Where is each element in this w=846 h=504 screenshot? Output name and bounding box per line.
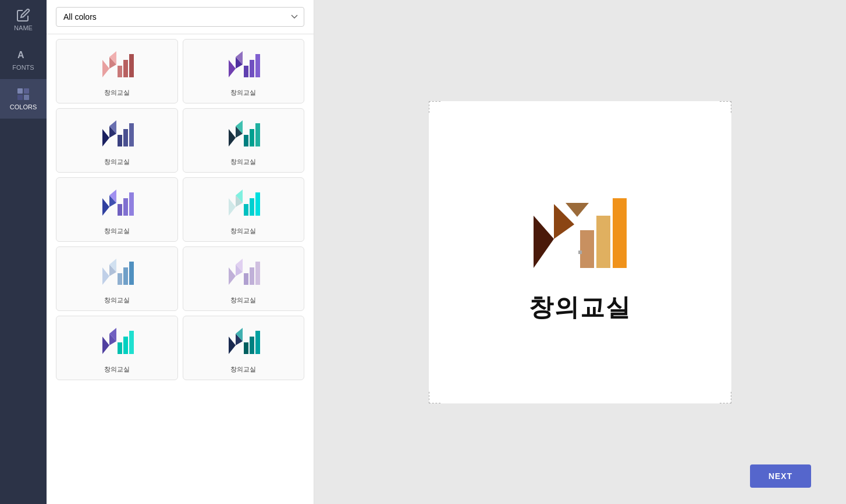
svg-rect-63	[255, 331, 260, 354]
svg-rect-3	[17, 95, 23, 100]
svg-marker-29	[102, 198, 109, 216]
svg-rect-1	[17, 88, 23, 94]
svg-marker-41	[102, 267, 109, 285]
left-panel: All colors Warm colors Cool colors Neutr…	[47, 0, 314, 504]
svg-rect-4	[24, 95, 29, 100]
svg-rect-8	[123, 60, 128, 77]
card-label-3: 창의교실	[104, 158, 130, 166]
logo-preview-pink	[94, 45, 140, 86]
logo-preview-navy	[94, 115, 140, 155]
svg-rect-7	[118, 66, 122, 77]
color-grid: 창의교실 창의교실	[56, 39, 304, 380]
next-button[interactable]: NEXT	[750, 464, 811, 488]
svg-rect-13	[244, 66, 248, 77]
svg-rect-70	[613, 198, 627, 268]
color-card-pink[interactable]: 창의교실	[56, 39, 178, 103]
logo-preview-navy-teal	[220, 322, 266, 363]
color-card-navy-teal[interactable]: 창의교실	[183, 316, 305, 380]
svg-rect-19	[118, 135, 122, 146]
svg-rect-45	[129, 262, 134, 285]
colors-icon	[16, 87, 30, 101]
svg-rect-9	[129, 54, 134, 77]
svg-marker-5	[102, 60, 109, 77]
corner-br	[720, 392, 731, 403]
svg-rect-56	[123, 337, 128, 354]
color-card-teal[interactable]: 창의교실	[183, 108, 305, 173]
logo-preview-light-purple	[220, 253, 266, 294]
card-label-9: 창의교실	[104, 365, 130, 374]
fonts-icon: A	[16, 48, 30, 62]
svg-rect-15	[255, 54, 260, 77]
color-card-blue-violet[interactable]: 창의교실	[56, 177, 178, 242]
svg-rect-21	[129, 123, 134, 146]
svg-marker-67	[566, 203, 589, 217]
color-card-light-blue[interactable]: 창의교실	[56, 246, 178, 311]
card-label-10: 창의교실	[230, 365, 256, 374]
color-filter-dropdown[interactable]: All colors Warm colors Cool colors Neutr…	[56, 7, 304, 27]
card-label-7: 창의교실	[104, 296, 130, 305]
svg-marker-47	[229, 267, 236, 285]
main-logo-svg	[522, 181, 638, 280]
svg-rect-43	[118, 273, 122, 285]
corner-tl	[429, 101, 440, 113]
card-label-2: 창의교실	[230, 88, 256, 97]
logo-preview-teal	[220, 115, 266, 155]
logo-preview-purple	[220, 45, 266, 86]
svg-rect-55	[118, 342, 122, 354]
logo-preview-blue-violet	[94, 184, 140, 224]
color-card-cyan-teal[interactable]: 창의교실	[183, 177, 305, 242]
svg-rect-33	[129, 192, 134, 216]
color-card-light-purple[interactable]: 창의교실	[183, 246, 305, 311]
svg-marker-53	[102, 337, 109, 354]
svg-rect-38	[250, 198, 254, 216]
svg-marker-17	[102, 129, 109, 146]
svg-rect-25	[244, 135, 248, 146]
color-grid-wrapper[interactable]: 창의교실 창의교실	[47, 34, 314, 504]
svg-rect-31	[118, 204, 122, 216]
svg-marker-35	[229, 198, 236, 216]
svg-text:A: A	[17, 50, 24, 60]
canvas-frame: 창의교실	[429, 101, 731, 403]
sidebar-item-name[interactable]: NAME	[0, 0, 47, 40]
svg-marker-11	[229, 60, 236, 77]
card-label-8: 창의교실	[230, 296, 256, 305]
svg-rect-27	[255, 123, 260, 146]
svg-rect-57	[129, 331, 134, 354]
svg-rect-32	[123, 198, 128, 216]
sidebar-item-fonts-label: FONTS	[12, 64, 34, 71]
sidebar-item-colors-label: COLORS	[10, 103, 37, 110]
main-area: 창의교실 NEXT	[314, 0, 846, 504]
svg-rect-49	[244, 273, 248, 285]
canvas-logo: 창의교실	[522, 181, 638, 324]
svg-rect-14	[250, 60, 254, 77]
canvas-main-text: 창의교실	[529, 291, 631, 324]
color-card-navy[interactable]: 창의교실	[56, 108, 178, 173]
svg-rect-61	[244, 342, 248, 354]
sidebar-item-name-label: NAME	[14, 24, 33, 31]
svg-rect-68	[580, 230, 594, 268]
corner-tr	[720, 101, 731, 113]
logo-preview-cyan-teal	[220, 184, 266, 224]
svg-rect-39	[255, 192, 260, 216]
sidebar-item-colors[interactable]: COLORS	[0, 79, 47, 119]
card-label-4: 창의교실	[230, 158, 256, 166]
svg-rect-50	[250, 267, 254, 285]
svg-rect-62	[250, 337, 254, 354]
svg-rect-44	[123, 267, 128, 285]
svg-marker-65	[534, 216, 554, 268]
corner-bl	[429, 392, 440, 403]
color-card-purple[interactable]: 창의교실	[183, 39, 305, 103]
svg-marker-23	[229, 129, 236, 146]
sidebar: NAME A FONTS COLORS	[0, 0, 47, 504]
svg-marker-59	[229, 337, 236, 354]
card-label-5: 창의교실	[104, 227, 130, 235]
dropdown-bar: All colors Warm colors Cool colors Neutr…	[47, 0, 314, 34]
svg-rect-51	[255, 262, 260, 285]
color-card-purple-cyan[interactable]: 창의교실	[56, 316, 178, 380]
sidebar-item-fonts[interactable]: A FONTS	[0, 40, 47, 79]
svg-rect-69	[596, 216, 610, 268]
logo-preview-purple-cyan	[94, 322, 140, 363]
logo-preview-light-blue	[94, 253, 140, 294]
svg-rect-20	[123, 129, 128, 146]
edit-icon	[16, 8, 30, 22]
